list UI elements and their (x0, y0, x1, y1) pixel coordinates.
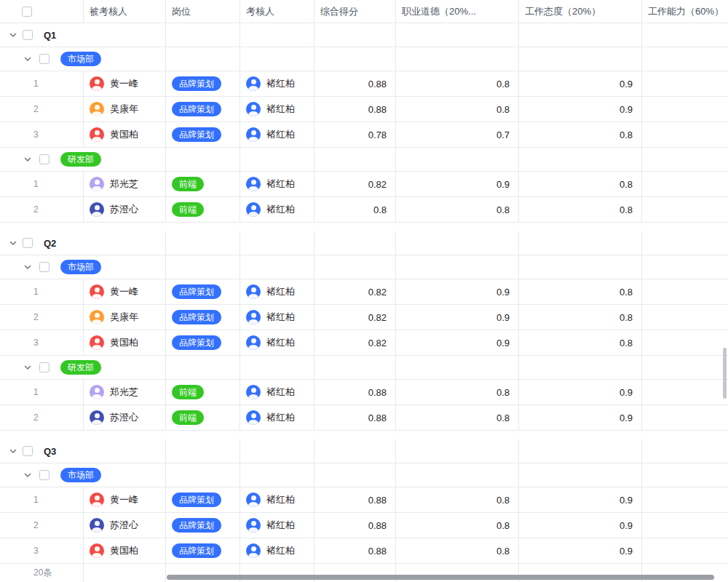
select-all-checkbox[interactable] (22, 7, 32, 17)
ability-cell (642, 330, 728, 355)
attitude-cell: 0.9 (519, 380, 642, 404)
attitude-cell: 0.9 (519, 97, 642, 121)
table-row[interactable]: 1 黄一峰 品牌策划 褚红柏 0.82 0.9 0.8 (0, 279, 728, 305)
position-cell: 品牌策划 (166, 97, 240, 121)
avatar (90, 518, 104, 533)
position-cell: 前端 (166, 405, 240, 430)
column-header-ability[interactable]: 工作能力（60%） (642, 0, 728, 23)
table-row[interactable]: 1 郑光芝 前端 褚红柏 0.82 0.9 0.8 (0, 172, 728, 197)
table-row[interactable]: 2 吴康年 品牌策划 褚红柏 0.88 0.8 0.9 (0, 97, 728, 122)
reviewer-cell: 褚红柏 (240, 172, 314, 196)
avatar (90, 177, 104, 191)
avatar (90, 202, 104, 217)
avatar (90, 543, 104, 558)
avatar (246, 177, 261, 191)
ethics-cell: 0.7 (396, 122, 519, 147)
table-row[interactable]: 1 黄一峰 品牌策划 褚红柏 0.88 0.8 0.9 (0, 71, 728, 97)
empty-cell (240, 148, 314, 171)
avatar (90, 310, 104, 324)
group-label: Q1 (44, 30, 56, 41)
person-name: 吴康年 (110, 311, 138, 324)
empty-cell (642, 255, 728, 279)
group-checkbox[interactable] (23, 238, 33, 248)
reviewer-cell: 褚红柏 (240, 380, 314, 404)
empty-cell (166, 255, 240, 279)
subgroup-checkbox[interactable] (39, 54, 50, 64)
horizontal-scrollbar-thumb[interactable] (167, 575, 714, 580)
subgroup-checkbox[interactable] (39, 154, 50, 164)
table-row[interactable]: 1 郑光芝 前端 褚红柏 0.88 0.8 0.9 (0, 380, 728, 405)
table-row[interactable]: 2 苏澄心 品牌策划 褚红柏 0.88 0.8 0.9 (0, 513, 728, 538)
reviewer-name: 褚红柏 (266, 519, 295, 532)
chevron-down-icon[interactable] (9, 239, 17, 247)
score-cell: 0.82 (314, 172, 396, 196)
empty-cell (519, 231, 642, 255)
column-header-attitude[interactable]: 工作态度（20%） (519, 0, 642, 23)
empty-cell (519, 439, 642, 463)
chevron-down-icon[interactable] (23, 471, 32, 479)
avatar (90, 493, 104, 507)
position-cell: 品牌策划 (166, 513, 240, 538)
score-cell: 0.88 (314, 538, 396, 563)
person-cell: 吴康年 (84, 97, 166, 121)
row-index: 1 (0, 71, 84, 96)
score-cell: 0.88 (314, 405, 396, 430)
empty-cell (519, 255, 642, 279)
position-badge: 品牌策划 (172, 102, 221, 116)
reviewer-name: 褚红柏 (266, 203, 295, 216)
chevron-down-icon[interactable] (23, 55, 32, 63)
person-cell: 苏澄心 (84, 405, 166, 430)
person-name: 苏澄心 (110, 203, 138, 216)
empty-cell (396, 148, 519, 171)
table-row[interactable]: 3 黄国柏 品牌策划 褚红柏 0.82 0.9 0.8 (0, 330, 728, 356)
position-cell: 品牌策划 (166, 279, 240, 304)
person-cell: 黄国柏 (84, 122, 166, 147)
reviewer-name: 褚红柏 (266, 103, 295, 116)
column-header-reviewer[interactable]: 考核人 (240, 0, 314, 23)
table-row[interactable]: 3 黄国柏 品牌策划 褚红柏 0.78 0.7 0.8 (0, 122, 728, 148)
person-cell: 郑光芝 (84, 380, 166, 404)
table-row[interactable]: 2 苏澄心 前端 褚红柏 0.8 0.8 0.8 (0, 197, 728, 223)
table-row[interactable]: 2 苏澄心 前端 褚红柏 0.88 0.8 0.9 (0, 405, 728, 431)
table-header: 被考核人 岗位 考核人 综合得分 职业道德（20%... 工作态度（20%） 工… (0, 0, 728, 23)
group-checkbox[interactable] (23, 30, 33, 40)
table-row[interactable]: 1 黄一峰 品牌策划 褚红柏 0.88 0.8 0.9 (0, 487, 728, 513)
ethics-cell: 0.9 (396, 305, 519, 330)
empty-cell (240, 439, 314, 463)
position-badge: 品牌策划 (172, 310, 221, 324)
avatar (246, 102, 261, 116)
subgroup-checkbox[interactable] (39, 362, 50, 372)
empty-cell (642, 47, 728, 71)
empty-cell (396, 439, 519, 463)
subgroup-checkbox[interactable] (39, 262, 50, 272)
subgroup-checkbox[interactable] (39, 470, 50, 480)
chevron-down-icon[interactable] (23, 263, 32, 271)
group-row: Q2 (0, 231, 728, 255)
group-title-cell: Q1 (0, 23, 166, 47)
column-header-position[interactable]: 岗位 (166, 0, 240, 23)
chevron-down-icon[interactable] (23, 155, 32, 164)
department-badge: 市场部 (60, 468, 101, 482)
reviewer-cell: 褚红柏 (240, 197, 314, 222)
empty-cell (166, 23, 240, 47)
avatar (246, 202, 261, 217)
vertical-scrollbar-thumb[interactable] (723, 348, 727, 399)
group-checkbox[interactable] (23, 446, 33, 456)
column-header-score[interactable]: 综合得分 (314, 0, 396, 23)
table-row[interactable]: 2 吴康年 品牌策划 褚红柏 0.82 0.9 0.8 (0, 305, 728, 330)
position-badge: 前端 (172, 410, 204, 425)
empty-cell (396, 463, 519, 487)
chevron-down-icon[interactable] (9, 447, 17, 455)
ethics-cell: 0.9 (396, 279, 519, 304)
person-name: 郑光芝 (110, 178, 138, 191)
empty-cell (396, 47, 519, 71)
table-row[interactable]: 3 黄国柏 品牌策划 褚红柏 0.88 0.8 0.9 (0, 538, 728, 564)
person-name: 黄一峰 (110, 285, 138, 298)
column-header-ethics[interactable]: 职业道德（20%... (396, 0, 519, 23)
score-cell: 0.88 (314, 380, 396, 404)
empty-cell (642, 356, 728, 379)
chevron-down-icon[interactable] (23, 363, 32, 372)
chevron-down-icon[interactable] (9, 31, 17, 39)
column-header-person[interactable]: 被考核人 (84, 0, 166, 23)
empty-cell (314, 463, 396, 487)
